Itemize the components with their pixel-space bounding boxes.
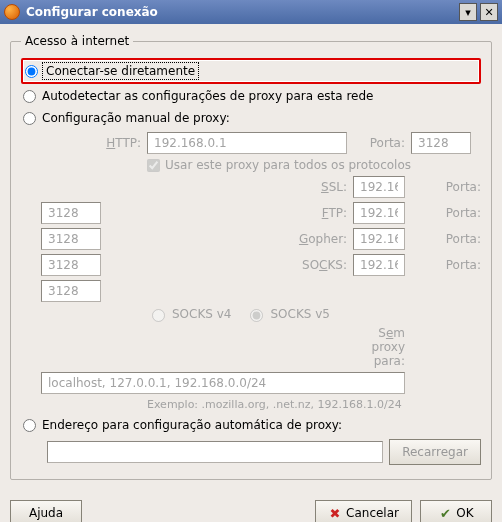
- ftp-port-input[interactable]: [41, 228, 101, 250]
- titlebar: Configurar conexão ▾ ✕: [0, 0, 502, 24]
- http-host-input[interactable]: [147, 132, 347, 154]
- internet-access-group: Acesso à internet Conectar-se diretament…: [10, 34, 492, 480]
- radio-direct-label: Conectar-se diretamente: [44, 64, 197, 78]
- bottom-bar: Ajuda Cancelar OK: [0, 490, 502, 522]
- app-icon: [4, 4, 20, 20]
- radio-pac-input[interactable]: [23, 419, 36, 432]
- radio-autodetect[interactable]: Autodetectar as configurações de proxy p…: [21, 86, 481, 106]
- noproxy-input[interactable]: [41, 372, 405, 394]
- radio-manual-input[interactable]: [23, 112, 36, 125]
- ssl-host-input[interactable]: [353, 176, 405, 198]
- minimize-button[interactable]: ▾: [459, 3, 477, 21]
- close-button[interactable]: ✕: [480, 3, 498, 21]
- window-title: Configurar conexão: [26, 5, 456, 19]
- radio-manual-label: Configuração manual de proxy:: [42, 111, 230, 125]
- socks5-radio[interactable]: [250, 309, 263, 322]
- radio-autodetect-input[interactable]: [23, 90, 36, 103]
- socks-host-input[interactable]: [353, 254, 405, 276]
- dialog-content: Acesso à internet Conectar-se diretament…: [0, 24, 502, 490]
- label-socks-port: Porta:: [411, 258, 481, 272]
- use-for-all-checkbox[interactable]: [147, 159, 160, 172]
- label-http: HTTP:: [41, 136, 141, 150]
- label-ftp-port: Porta:: [411, 206, 481, 220]
- radio-pac[interactable]: Endereço para configuração automática de…: [21, 415, 481, 435]
- label-socks: SOCKS:: [147, 258, 347, 272]
- gopher-port-input[interactable]: [41, 254, 101, 276]
- socks-version-row: SOCKS v4 SOCKS v5: [147, 306, 481, 322]
- radio-direct-input[interactable]: [25, 65, 38, 78]
- label-gopher-port: Porta:: [411, 232, 481, 246]
- gopher-host-input[interactable]: [353, 228, 405, 250]
- use-for-all-row: Usar este proxy para todos os protocolos: [147, 158, 481, 172]
- pac-row: Recarregar: [47, 439, 481, 465]
- http-port-input[interactable]: [411, 132, 471, 154]
- use-for-all-label: Usar este proxy para todos os protocolos: [165, 158, 411, 172]
- label-ftp: FTP:: [147, 206, 347, 220]
- label-ssl-port: Porta:: [411, 180, 481, 194]
- ok-icon: [438, 506, 452, 520]
- ftp-host-input[interactable]: [353, 202, 405, 224]
- radio-pac-label: Endereço para configuração automática de…: [42, 418, 342, 432]
- noproxy-example: Exemplo: .mozilla.org, .net.nz, 192.168.…: [147, 398, 481, 411]
- proxy-grid: HTTP: Porta: Usar este proxy para todos …: [41, 132, 481, 411]
- socks4-option[interactable]: SOCKS v4: [147, 306, 231, 322]
- label-ssl: SSL:: [147, 180, 347, 194]
- ssl-port-input[interactable]: [41, 202, 101, 224]
- reload-button[interactable]: Recarregar: [389, 439, 481, 465]
- label-noproxy: Sem proxy para:: [353, 326, 405, 368]
- radio-manual[interactable]: Configuração manual de proxy:: [21, 108, 481, 128]
- radio-connect-directly[interactable]: Conectar-se diretamente: [21, 58, 481, 84]
- socks4-radio[interactable]: [152, 309, 165, 322]
- radio-autodetect-label: Autodetectar as configurações de proxy p…: [42, 89, 374, 103]
- socks5-option[interactable]: SOCKS v5: [245, 306, 329, 322]
- help-button[interactable]: Ajuda: [10, 500, 82, 522]
- label-gopher: Gopher:: [147, 232, 347, 246]
- pac-url-input[interactable]: [47, 441, 383, 463]
- label-http-port: Porta:: [353, 136, 405, 150]
- group-legend: Acesso à internet: [21, 34, 133, 48]
- ok-button[interactable]: OK: [420, 500, 492, 522]
- cancel-button[interactable]: Cancelar: [315, 500, 412, 522]
- cancel-icon: [328, 506, 342, 520]
- socks-port-input[interactable]: [41, 280, 101, 302]
